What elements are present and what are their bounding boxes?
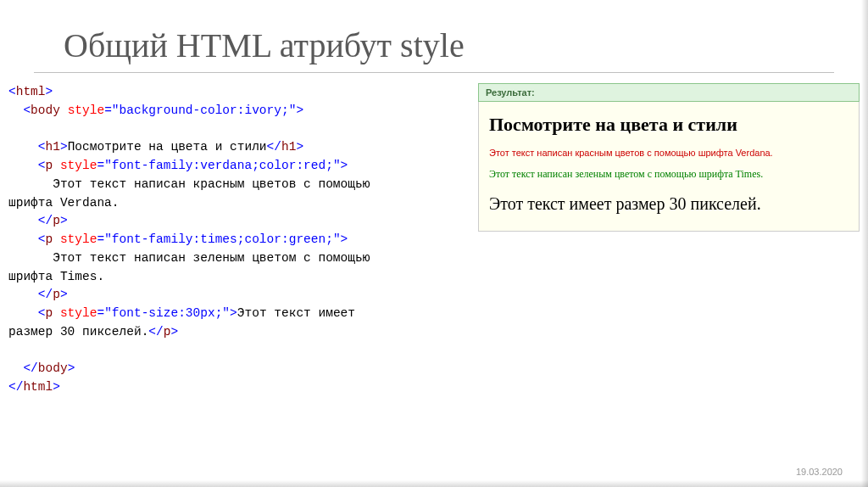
result-body: Посмотрите на цвета и стили Этот текст н… bbox=[478, 102, 860, 232]
code-block: <html> <body style="background-color:ivo… bbox=[8, 83, 470, 397]
result-red-text: Этот текст написан красным цветов с помо… bbox=[489, 148, 849, 158]
slide-title: Общий HTML атрибут style bbox=[0, 0, 868, 72]
shadow-right bbox=[861, 0, 868, 487]
shadow-bottom bbox=[0, 480, 868, 487]
result-heading: Посмотрите на цвета и стили bbox=[489, 114, 849, 136]
result-header: Результат: bbox=[478, 83, 860, 102]
result-large-text: Этот текст имеет размер 30 пикселей. bbox=[489, 194, 849, 214]
result-green-text: Этот текст написан зеленым цветом с помо… bbox=[489, 168, 849, 181]
content-area: <html> <body style="background-color:ivo… bbox=[0, 83, 868, 397]
footer-date: 19.03.2020 bbox=[796, 467, 843, 477]
title-divider bbox=[34, 72, 834, 73]
result-panel: Результат: Посмотрите на цвета и стили Э… bbox=[478, 83, 860, 397]
